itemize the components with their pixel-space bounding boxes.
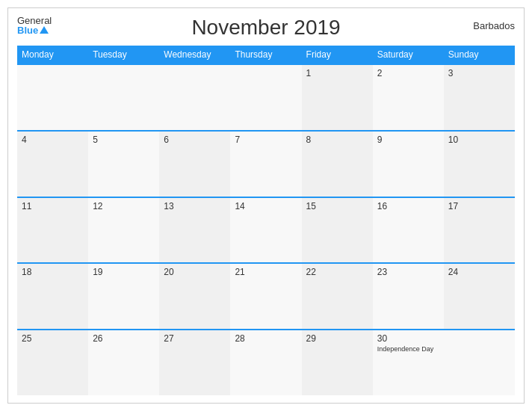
day-number: 10 [448,135,510,145]
day-number: 28 [235,333,297,344]
day-cell [17,65,88,130]
calendar-grid: Monday Tuesday Wednesday Thursday Friday… [17,46,515,395]
day-number: 26 [93,333,155,344]
day-cell: 29 [302,330,373,395]
logo-triangle-icon [40,26,49,34]
day-number: 6 [164,135,226,145]
calendar-title: November 2019 [191,16,340,40]
header-sunday: Sunday [444,46,515,64]
day-cell: 24 [444,264,515,329]
day-cell: 2 [373,65,444,130]
day-number: 2 [377,68,439,78]
day-cell: 20 [159,264,230,329]
country-label: Barbados [473,20,515,31]
day-cell: 18 [17,264,88,329]
day-number: 25 [22,333,84,344]
logo: General Blue [17,16,52,35]
day-cell: 26 [88,330,159,395]
day-number: 5 [93,135,155,145]
day-number: 4 [22,135,84,145]
day-cell [230,65,301,130]
day-number: 9 [377,135,439,145]
day-number: 14 [235,201,297,211]
week-row-1: 123 [17,64,515,130]
logo-blue-text: Blue [17,25,52,35]
day-number: 1 [306,68,368,78]
day-number: 20 [164,267,226,277]
header-thursday: Thursday [230,46,301,64]
day-number: 22 [306,267,368,277]
day-number: 23 [377,267,439,277]
day-number: 15 [306,201,368,211]
day-cell: 8 [302,132,373,197]
day-cell: 5 [88,132,159,197]
day-number: 29 [306,333,368,344]
day-cell: 25 [17,330,88,395]
day-number: 30 [377,333,439,344]
day-number: 19 [93,267,155,277]
day-cell: 11 [17,198,88,263]
day-number: 13 [164,201,226,211]
week-row-5: 252627282930Independence Day [17,329,515,395]
header-tuesday: Tuesday [88,46,159,64]
day-cell: 19 [88,264,159,329]
day-cell: 30Independence Day [373,330,444,395]
header-wednesday: Wednesday [159,46,230,64]
day-number: 8 [306,135,368,145]
day-cell: 21 [230,264,301,329]
day-number: 11 [22,201,84,211]
day-headers-row: Monday Tuesday Wednesday Thursday Friday… [17,46,515,64]
day-cell: 15 [302,198,373,263]
week-row-4: 18192021222324 [17,262,515,329]
week-row-2: 45678910 [17,130,515,197]
day-cell: 6 [159,132,230,197]
day-cell: 17 [444,198,515,263]
day-number: 12 [93,201,155,211]
header-monday: Monday [17,46,88,64]
day-cell: 9 [373,132,444,197]
day-number: 18 [22,267,84,277]
header-saturday: Saturday [373,46,444,64]
day-number: 17 [448,201,510,211]
day-number: 7 [235,135,297,145]
calendar-container: General Blue November 2019 Barbados Mond… [7,7,525,404]
day-cell: 16 [373,198,444,263]
day-cell: 13 [159,198,230,263]
holiday-label: Independence Day [377,345,439,353]
day-cell [159,65,230,130]
day-cell: 10 [444,132,515,197]
calendar-header: General Blue November 2019 Barbados [17,16,515,40]
header-friday: Friday [302,46,373,64]
day-cell: 1 [302,65,373,130]
day-cell: 27 [159,330,230,395]
week-row-3: 11121314151617 [17,197,515,263]
day-number: 27 [164,333,226,344]
day-cell: 22 [302,264,373,329]
day-cell: 14 [230,198,301,263]
day-cell: 23 [373,264,444,329]
day-cell: 12 [88,198,159,263]
weeks-container: 1234567891011121314151617181920212223242… [17,64,515,395]
day-cell: 7 [230,132,301,197]
day-cell [88,65,159,130]
day-cell: 28 [230,330,301,395]
day-number: 3 [448,68,510,78]
day-cell [444,330,515,395]
day-cell: 4 [17,132,88,197]
day-number: 16 [377,201,439,211]
day-number: 24 [448,267,510,277]
day-number: 21 [235,267,297,277]
day-cell: 3 [444,65,515,130]
